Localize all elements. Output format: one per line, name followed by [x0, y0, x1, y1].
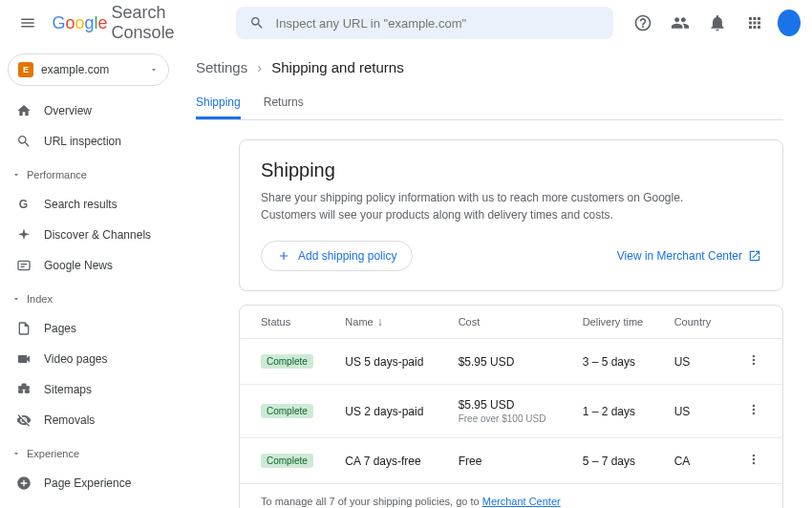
- menu-icon: [19, 14, 36, 32]
- shipping-card: Shipping Share your shipping policy info…: [239, 139, 783, 291]
- sitemap-icon: [16, 382, 32, 397]
- visibility-off-icon: [16, 413, 32, 428]
- apps-icon: [746, 14, 763, 32]
- more-vert-icon: [746, 402, 761, 417]
- more-vert-icon: [746, 352, 761, 368]
- nav-url-inspection[interactable]: URL inspection: [8, 126, 169, 157]
- nav-label: Google News: [44, 259, 113, 272]
- card-title: Shipping: [261, 159, 761, 181]
- nav-section-performance[interactable]: Performance: [8, 160, 169, 189]
- notifications-button[interactable]: [703, 6, 733, 40]
- plus-icon: [277, 249, 290, 263]
- nav-label: Discover & Channels: [44, 228, 151, 242]
- nav-removals[interactable]: Removals: [8, 405, 169, 435]
- more-vert-icon: [746, 452, 761, 467]
- table-row[interactable]: CompleteUS 5 days-paid$5.95 USD3 – 5 day…: [240, 339, 782, 385]
- nav-label: Pages: [44, 322, 76, 335]
- home-icon: [16, 103, 32, 118]
- cell-name: US 2 days-paid: [337, 385, 450, 438]
- google-logo-icon: Google: [53, 13, 108, 33]
- status-badge: Complete: [261, 404, 313, 418]
- chevron-down-icon: [11, 449, 21, 458]
- users-button[interactable]: [666, 6, 695, 40]
- nav-discover[interactable]: Discover & Channels: [8, 220, 169, 250]
- nav-pages[interactable]: Pages: [8, 313, 169, 344]
- svg-rect-1: [18, 261, 30, 269]
- nav-label: Removals: [44, 413, 95, 427]
- cell-cost: Free: [451, 438, 575, 484]
- cell-delivery: 1 – 2 days: [575, 385, 667, 438]
- video-icon: [16, 351, 32, 367]
- status-badge: Complete: [261, 354, 313, 369]
- shipping-policies-table: Status Name↓ Cost Delivery time Country …: [240, 306, 782, 484]
- help-button[interactable]: [629, 6, 658, 40]
- nav-label: Page Experience: [44, 476, 131, 490]
- tab-returns[interactable]: Returns: [264, 88, 304, 119]
- nav-sitemaps[interactable]: Sitemaps: [8, 374, 169, 405]
- search-icon: [16, 134, 32, 149]
- search-input[interactable]: [276, 16, 600, 31]
- plus-circle-icon: [16, 476, 32, 491]
- cell-delivery: 3 – 5 days: [575, 339, 667, 385]
- cell-country: US: [667, 385, 730, 438]
- chevron-down-icon: [11, 294, 21, 304]
- nav-section-index[interactable]: Index: [8, 285, 169, 313]
- nav-page-experience[interactable]: Page Experience: [8, 468, 169, 498]
- account-avatar[interactable]: [778, 10, 801, 36]
- nav-section-label: Index: [27, 293, 53, 305]
- merchant-center-link[interactable]: Merchant Center: [482, 496, 561, 507]
- sort-down-icon: ↓: [377, 315, 383, 328]
- table-footer-note: To manage all 7 of your shipping policie…: [240, 484, 782, 508]
- news-icon: [16, 258, 32, 273]
- tab-shipping[interactable]: Shipping: [196, 88, 241, 119]
- url-inspect-search[interactable]: [236, 7, 613, 39]
- cell-cost: $5.95 USDFree over $100 USD: [451, 385, 575, 438]
- row-menu-button[interactable]: [746, 352, 761, 368]
- add-shipping-policy-button[interactable]: Add shipping policy: [261, 241, 413, 271]
- table-row[interactable]: CompleteCA 7 days-freeFree5 – 7 daysCA: [240, 438, 782, 484]
- nav-section-label: Performance: [27, 169, 87, 180]
- property-badge-icon: E: [18, 62, 33, 77]
- chevron-down-icon: [149, 65, 159, 74]
- col-name[interactable]: Name↓: [337, 306, 450, 339]
- col-country[interactable]: Country: [667, 306, 730, 339]
- people-icon: [671, 13, 690, 32]
- row-menu-button[interactable]: [746, 452, 761, 467]
- sparkle-icon: [16, 227, 32, 243]
- nav-video-pages[interactable]: Video pages: [8, 344, 169, 374]
- nav-label: Sitemaps: [44, 383, 92, 396]
- open-in-new-icon: [748, 249, 761, 263]
- col-status[interactable]: Status: [240, 306, 337, 339]
- google-g-icon: G: [16, 197, 32, 212]
- col-delivery-time[interactable]: Delivery time: [575, 306, 667, 339]
- nav-label: Overview: [44, 104, 92, 117]
- status-badge: Complete: [261, 454, 313, 468]
- cell-delivery: 5 – 7 days: [575, 438, 667, 484]
- search-icon: [249, 15, 265, 31]
- col-cost[interactable]: Cost: [451, 306, 575, 339]
- shipping-table-card: Status Name↓ Cost Delivery time Country …: [239, 305, 783, 508]
- hamburger-menu[interactable]: [11, 4, 45, 42]
- product-name: Search Console: [112, 3, 209, 43]
- property-selector[interactable]: E example.com: [8, 53, 169, 86]
- view-merchant-center-link[interactable]: View in Merchant Center: [617, 249, 761, 263]
- bell-icon: [708, 13, 727, 32]
- breadcrumb-settings[interactable]: Settings: [196, 59, 247, 75]
- apps-button[interactable]: [740, 6, 770, 40]
- nav-label: Video pages: [44, 352, 108, 366]
- help-icon: [633, 13, 652, 32]
- breadcrumb: Settings › Shipping and returns: [196, 46, 783, 88]
- cell-cost: $5.95 USD: [451, 339, 575, 385]
- row-menu-button[interactable]: [746, 402, 761, 417]
- property-name: example.com: [41, 63, 141, 76]
- nav-label: URL inspection: [44, 135, 121, 148]
- nav-core-web-vitals[interactable]: Core Web Vitals: [8, 498, 169, 508]
- card-description: Share your shipping policy information w…: [261, 189, 761, 223]
- svg-text:G: G: [19, 198, 28, 211]
- nav-search-results[interactable]: GSearch results: [8, 189, 169, 220]
- nav-google-news[interactable]: Google News: [8, 250, 169, 281]
- nav-overview[interactable]: Overview: [8, 95, 169, 126]
- cell-name: CA 7 days-free: [337, 438, 450, 484]
- nav-section-experience[interactable]: Experience: [8, 439, 169, 468]
- table-row[interactable]: CompleteUS 2 days-paid$5.95 USDFree over…: [240, 385, 782, 438]
